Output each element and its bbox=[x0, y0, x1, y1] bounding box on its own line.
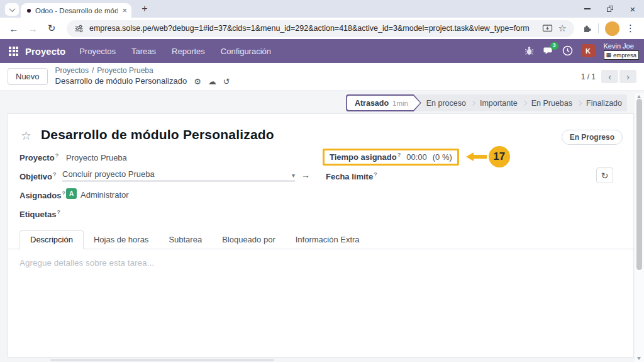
user-avatar[interactable]: K bbox=[582, 44, 595, 57]
tab-subtarea[interactable]: Subtarea bbox=[158, 231, 212, 249]
debug-marker: ? bbox=[397, 152, 401, 158]
pager-count: 1 / 1 bbox=[581, 72, 596, 81]
new-button[interactable]: Nuevo bbox=[8, 68, 48, 85]
stage-en-proceso[interactable]: En proceso bbox=[421, 94, 471, 111]
back-button[interactable]: ← bbox=[6, 20, 21, 37]
activities-clock-icon[interactable] bbox=[562, 45, 573, 56]
tab-hojas-de-horas[interactable]: Hojas de horas bbox=[84, 231, 158, 249]
field-label-fecha-limite: Fecha límite? bbox=[326, 171, 377, 181]
browser-toolbar: ← → ↻ empresa.solse.pe/web?debug=1#id=37… bbox=[0, 18, 644, 39]
field-label-objetivo: Objetivo? bbox=[19, 171, 57, 181]
cast-icon[interactable] bbox=[542, 24, 553, 33]
menu-item-proyectos[interactable]: Proyectos bbox=[79, 47, 116, 56]
browser-menu-icon[interactable]: ⋮ bbox=[623, 23, 638, 34]
breadcrumb-separator: / bbox=[92, 66, 94, 76]
task-title[interactable]: Desarrollo de módulo Personalizado bbox=[41, 127, 274, 142]
browser-window: Odoo - Desarrollo de módulo P × + × ← → … bbox=[0, 0, 644, 362]
window-controls: × bbox=[576, 0, 644, 18]
tab-descripcion[interactable]: Descripción bbox=[19, 230, 84, 249]
company-name: empresa bbox=[613, 51, 636, 59]
annotation-number-badge: 17 bbox=[489, 146, 510, 167]
save-cloud-icon[interactable]: ☁ bbox=[208, 77, 216, 86]
messages-icon[interactable]: 3 bbox=[543, 46, 553, 55]
debug-marker: ? bbox=[53, 171, 57, 178]
user-name: Kevin Joe bbox=[604, 42, 634, 50]
debug-marker: ? bbox=[62, 190, 65, 196]
chevron-down-icon bbox=[9, 6, 15, 12]
close-window-button[interactable]: × bbox=[621, 0, 644, 18]
menu-item-configuracion[interactable]: Configuración bbox=[221, 47, 271, 56]
vertical-scrollbar[interactable] bbox=[635, 93, 644, 362]
restore-button[interactable] bbox=[599, 0, 621, 18]
debug-marker: ? bbox=[55, 152, 59, 159]
profile-avatar[interactable] bbox=[605, 21, 619, 36]
pager-previous-button[interactable]: ‹ bbox=[601, 70, 618, 83]
app-brand[interactable]: Proyecto bbox=[25, 46, 65, 57]
objetivo-input[interactable] bbox=[62, 169, 289, 179]
horizontal-scrollbar-thumb[interactable] bbox=[50, 359, 274, 361]
new-tab-button[interactable]: + bbox=[138, 3, 151, 15]
scroll-down-arrow-icon[interactable] bbox=[637, 357, 641, 360]
url-text[interactable]: empresa.solse.pe/web?debug=1#id=37&cids=… bbox=[89, 24, 536, 33]
browser-tabstrip: Odoo - Desarrollo de módulo P × + × bbox=[0, 0, 644, 18]
notebook-tabs: Descripción Hojas de horas Subtarea Bloq… bbox=[8, 232, 633, 249]
site-settings-icon[interactable] bbox=[74, 24, 84, 33]
refresh-button[interactable]: ↻ bbox=[596, 167, 613, 183]
tab-close-icon[interactable]: × bbox=[122, 6, 127, 14]
user-menu[interactable]: Kevin Joe ▦ empresa bbox=[604, 42, 639, 60]
tiempo-asignado-row: Tiempo asignado? 00:00 (0 %) 17 bbox=[323, 146, 510, 167]
settings-gear-icon[interactable]: ⚙ bbox=[194, 77, 201, 86]
favorite-star-icon[interactable]: ☆ bbox=[21, 130, 31, 142]
tab-informacion-extra[interactable]: Información Extra bbox=[286, 231, 370, 249]
stage-en-pruebas[interactable]: En Pruebas bbox=[526, 94, 577, 111]
field-value-tiempo-percent: (0 %) bbox=[433, 152, 452, 162]
breadcrumb: Proyectos / Proyecto Prueba Desarrollo d… bbox=[55, 66, 230, 86]
field-label-tiempo: Tiempo asignado? bbox=[330, 152, 401, 162]
stage-importante[interactable]: Importante bbox=[475, 94, 523, 111]
tab-search-button[interactable] bbox=[5, 3, 19, 16]
menu-item-tareas[interactable]: Tareas bbox=[131, 47, 156, 56]
annotation-arrow-icon bbox=[466, 152, 487, 161]
stage-atrasado[interactable]: Atrasado 1min bbox=[346, 94, 421, 111]
assignee-avatar[interactable]: A bbox=[66, 188, 77, 199]
form-sheet: ☆ Desarrollo de módulo Personalizado En … bbox=[8, 113, 634, 358]
pager-next-button[interactable]: › bbox=[619, 70, 636, 83]
debug-bug-icon[interactable] bbox=[525, 46, 534, 56]
browser-tab[interactable]: Odoo - Desarrollo de módulo P × bbox=[21, 3, 131, 18]
extensions-icon[interactable] bbox=[582, 23, 592, 33]
discard-undo-icon[interactable]: ↺ bbox=[223, 77, 230, 86]
url-bar[interactable]: empresa.solse.pe/web?debug=1#id=37&cids=… bbox=[67, 20, 574, 37]
minimize-icon bbox=[584, 8, 591, 9]
apps-menu-icon[interactable] bbox=[9, 47, 18, 56]
dropdown-caret-icon[interactable]: ▾ bbox=[292, 172, 295, 179]
bookmark-star-icon[interactable]: ☆ bbox=[558, 23, 567, 34]
description-editor-placeholder[interactable]: Agregue detalles sobre esta tarea... bbox=[19, 258, 154, 268]
internal-link-arrow-icon[interactable]: → bbox=[301, 170, 310, 180]
minimize-button[interactable] bbox=[576, 0, 599, 18]
scroll-up-arrow-icon[interactable] bbox=[637, 95, 641, 98]
stage-duration: 1min bbox=[392, 99, 408, 107]
field-value-tiempo[interactable]: 00:00 bbox=[406, 152, 427, 162]
objetivo-field: ▾ bbox=[62, 169, 295, 181]
field-value-asignados[interactable]: Administrator bbox=[80, 190, 129, 200]
menu-item-reportes[interactable]: Reportes bbox=[172, 47, 205, 56]
stage-finalizado[interactable]: Finalizado bbox=[581, 94, 627, 111]
field-value-proyecto[interactable]: Proyecto Prueba bbox=[66, 153, 127, 162]
field-label-etiquetas: Etiquetas? bbox=[19, 209, 60, 219]
reload-button[interactable]: ↻ bbox=[44, 20, 59, 37]
forward-button[interactable]: → bbox=[25, 20, 40, 37]
vertical-scrollbar-thumb[interactable] bbox=[636, 99, 642, 270]
breadcrumb-proyectos[interactable]: Proyectos bbox=[55, 66, 89, 76]
tab-bloqueado-por[interactable]: Bloqueado por bbox=[212, 231, 286, 249]
breadcrumb-proyecto-prueba[interactable]: Proyecto Prueba bbox=[97, 66, 153, 76]
navbar-systray: 3 K Kevin Joe ▦ empresa bbox=[525, 42, 644, 60]
status-badge[interactable]: En Progreso bbox=[562, 130, 623, 145]
tiempo-asignado-highlight-box[interactable]: Tiempo asignado? 00:00 (0 %) bbox=[323, 149, 459, 166]
app-menu: Proyectos Tareas Reportes Configuración bbox=[79, 47, 271, 56]
odoo-favicon-icon bbox=[27, 9, 31, 13]
odoo-navbar: Proyecto Proyectos Tareas Reportes Confi… bbox=[0, 39, 644, 63]
debug-marker: ? bbox=[57, 209, 61, 215]
company-chip: ▦ empresa bbox=[604, 50, 639, 60]
stage-active-label: Atrasado bbox=[355, 99, 389, 108]
debug-marker: ? bbox=[374, 171, 377, 178]
